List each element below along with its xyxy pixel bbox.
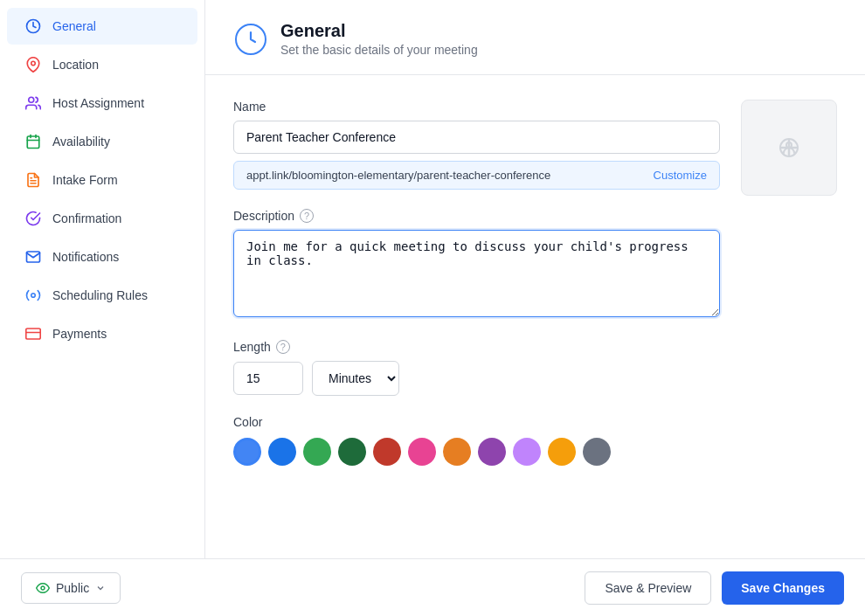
save-changes-button[interactable]: Save Changes xyxy=(722,571,844,605)
description-label: Description ? xyxy=(233,209,720,223)
content-header: General Set the basic details of your me… xyxy=(205,0,865,75)
sidebar-item-label-scheduling: Scheduling Rules xyxy=(52,288,148,302)
sidebar-item-label-availability: Availability xyxy=(52,135,110,149)
footer-actions: Save & Preview Save Changes xyxy=(585,571,844,605)
color-swatch-orange[interactable] xyxy=(443,438,471,466)
color-swatch-dark-blue[interactable] xyxy=(268,438,296,466)
color-swatch-gray[interactable] xyxy=(583,438,611,466)
description-field-group: Description ? Join me for a quick meetin… xyxy=(233,209,720,321)
length-label: Length ? xyxy=(233,340,720,354)
image-upload-icon xyxy=(772,130,806,165)
sidebar-item-label-intake: Intake Form xyxy=(52,173,118,187)
sidebar-item-location[interactable]: Location xyxy=(7,46,197,83)
main-content: General Set the basic details of your me… xyxy=(205,0,865,558)
length-row: Minutes Hours xyxy=(233,361,720,396)
name-input[interactable] xyxy=(233,121,720,154)
color-swatch-blue[interactable] xyxy=(233,438,261,466)
header-general-icon xyxy=(233,22,268,57)
customize-link[interactable]: Customize xyxy=(654,169,707,182)
url-text: appt.link/bloomington-elementary/parent-… xyxy=(246,169,654,182)
sidebar-item-label-confirmation: Confirmation xyxy=(52,211,121,225)
sidebar: General Location Host Assignment xyxy=(0,0,205,558)
svg-point-15 xyxy=(41,586,45,590)
length-field-group: Length ? Minutes Hours xyxy=(233,340,720,396)
scheduling-icon xyxy=(24,287,42,304)
color-swatch-pink[interactable] xyxy=(408,438,436,466)
svg-rect-3 xyxy=(27,136,39,149)
sidebar-item-label-location: Location xyxy=(52,58,99,72)
color-swatches xyxy=(233,438,720,466)
color-swatch-yellow[interactable] xyxy=(548,438,576,466)
image-placeholder[interactable] xyxy=(741,100,837,196)
intake-icon xyxy=(24,171,42,189)
description-textarea[interactable]: Join me for a quick meeting to discuss y… xyxy=(233,230,720,317)
public-button[interactable]: Public xyxy=(21,572,121,604)
color-label: Color xyxy=(233,415,720,429)
color-field-group: Color xyxy=(233,415,720,466)
sidebar-item-label-host: Host Assignment xyxy=(52,96,144,110)
header-text: General Set the basic details of your me… xyxy=(280,21,478,57)
confirmation-icon xyxy=(24,210,42,227)
length-help-icon[interactable]: ? xyxy=(276,340,290,354)
chevron-down-icon xyxy=(95,583,106,593)
public-label: Public xyxy=(56,581,89,595)
name-label: Name xyxy=(233,100,720,114)
svg-point-9 xyxy=(31,294,36,298)
sidebar-item-intake-form[interactable]: Intake Form xyxy=(7,162,197,198)
notifications-icon xyxy=(24,248,42,266)
save-preview-button[interactable]: Save & Preview xyxy=(585,571,711,605)
content-body: Name appt.link/bloomington-elementary/pa… xyxy=(205,75,865,509)
host-icon xyxy=(24,94,42,112)
color-swatch-red[interactable] xyxy=(373,438,401,466)
sidebar-item-scheduling-rules[interactable]: Scheduling Rules xyxy=(7,277,197,314)
sidebar-item-availability[interactable]: Availability xyxy=(7,123,197,160)
general-icon xyxy=(24,17,42,35)
form-section: Name appt.link/bloomington-elementary/pa… xyxy=(233,100,720,485)
sidebar-item-confirmation[interactable]: Confirmation xyxy=(7,200,197,237)
color-swatch-green[interactable] xyxy=(303,438,331,466)
availability-icon xyxy=(24,133,42,150)
length-unit-select[interactable]: Minutes Hours xyxy=(312,361,399,396)
page-subtitle: Set the basic details of your meeting xyxy=(280,43,478,57)
length-input[interactable] xyxy=(233,362,303,395)
svg-point-2 xyxy=(29,97,34,102)
name-field-group: Name appt.link/bloomington-elementary/pa… xyxy=(233,100,720,190)
color-swatch-purple[interactable] xyxy=(478,438,506,466)
color-swatch-light-purple[interactable] xyxy=(513,438,541,466)
sidebar-item-notifications[interactable]: Notifications xyxy=(7,239,197,275)
sidebar-item-payments[interactable]: Payments xyxy=(7,315,197,352)
footer: Public Save & Preview Save Changes xyxy=(0,558,865,616)
color-swatch-dark-green[interactable] xyxy=(338,438,366,466)
sidebar-item-general[interactable]: General xyxy=(7,8,197,45)
eye-icon xyxy=(36,581,50,595)
url-bar: appt.link/bloomington-elementary/parent-… xyxy=(233,161,720,190)
description-help-icon[interactable]: ? xyxy=(300,209,314,223)
sidebar-item-host-assignment[interactable]: Host Assignment xyxy=(7,85,197,121)
sidebar-item-label-notifications: Notifications xyxy=(52,250,119,264)
svg-point-1 xyxy=(31,61,36,66)
sidebar-item-label-general: General xyxy=(52,19,96,33)
location-icon xyxy=(24,56,42,73)
svg-rect-10 xyxy=(26,329,41,339)
page-title: General xyxy=(280,21,478,41)
payments-icon xyxy=(24,325,42,343)
sidebar-item-label-payments: Payments xyxy=(52,327,107,341)
